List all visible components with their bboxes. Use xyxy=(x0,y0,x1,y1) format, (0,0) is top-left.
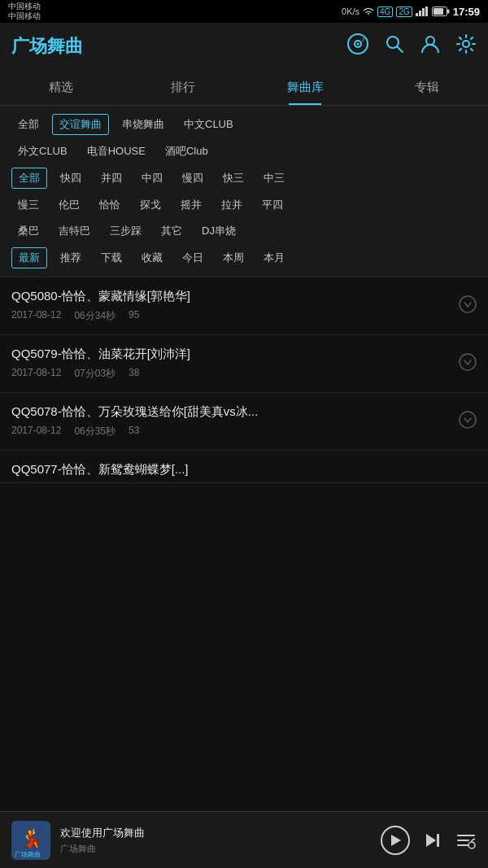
filter-pingsi[interactable]: 平四 xyxy=(255,195,290,215)
carrier2: 中国移动 xyxy=(8,11,41,21)
next-button[interactable] xyxy=(423,831,442,850)
filter-jiteba[interactable]: 吉特巴 xyxy=(52,221,97,241)
svg-line-12 xyxy=(398,47,403,53)
speed: 0K/s xyxy=(342,7,359,16)
song-info: QQ5080-恰恰、蒙藏情缘[郭艳华] 2017-08-12 06分34秒 95 xyxy=(11,289,451,323)
disc-icon[interactable]: ♪ xyxy=(346,33,369,60)
expand-icon[interactable] xyxy=(459,411,477,433)
network-type: 4G xyxy=(377,7,393,17)
sort-week[interactable]: 本周 xyxy=(216,248,251,268)
song-duration: 06分35秒 xyxy=(74,425,115,438)
filter-qiaqia[interactable]: 恰恰 xyxy=(93,195,127,215)
network-type2: 2G xyxy=(396,7,412,17)
song-item[interactable]: QQ5078-恰恰、万朵玫瑰送给你[甜美真vs冰... 2017-08-12 0… xyxy=(0,393,488,451)
svg-rect-3 xyxy=(425,7,428,16)
filter-zhongsan[interactable]: 中三 xyxy=(257,168,291,188)
song-list: QQ5080-恰恰、蒙藏情缘[郭艳华] 2017-08-12 06分34秒 95… xyxy=(0,277,488,483)
filter-zhongsi[interactable]: 中四 xyxy=(135,168,169,188)
svg-rect-0 xyxy=(416,13,418,16)
tab-paihang[interactable]: 排行 xyxy=(122,70,244,105)
song-title: QQ5079-恰恰、油菜花开[刘沛洋] xyxy=(11,347,451,362)
player-info: 欢迎使用广场舞曲 广场舞曲 xyxy=(60,826,371,855)
filter-row-3: 全部 快四 并四 中四 慢四 快三 中三 xyxy=(11,168,477,189)
song-info: QQ5079-恰恰、油菜花开[刘沛洋] 2017-08-12 07分03秒 38 xyxy=(11,347,451,381)
filter-mansi[interactable]: 慢四 xyxy=(176,168,210,188)
filter-bingsi[interactable]: 并四 xyxy=(94,168,129,188)
svg-point-16 xyxy=(460,354,476,370)
carrier1: 中国移动 xyxy=(8,2,41,11)
svg-point-17 xyxy=(460,412,476,428)
expand-icon[interactable] xyxy=(459,295,477,317)
filter-laping[interactable]: 拉并 xyxy=(215,195,249,215)
filter-sanbucai[interactable]: 三步踩 xyxy=(103,221,148,241)
filter-sangba[interactable]: 桑巴 xyxy=(11,221,46,241)
song-info: QQ5078-恰恰、万朵玫瑰送给你[甜美真vs冰... 2017-08-12 0… xyxy=(11,404,451,438)
svg-rect-2 xyxy=(422,8,425,16)
song-plays: 53 xyxy=(129,425,139,438)
playlist-button[interactable] xyxy=(455,830,477,851)
play-button[interactable] xyxy=(381,826,410,855)
filter-section: 全部 交谊舞曲 串烧舞曲 中文CLUB 外文CLUB 电音HOUSE 酒吧Clu… xyxy=(0,106,488,277)
svg-text:♪: ♪ xyxy=(361,35,365,43)
filter-yaoping[interactable]: 摇并 xyxy=(174,195,208,215)
search-icon[interactable] xyxy=(384,33,405,59)
filter-kuaisi[interactable]: 快四 xyxy=(54,168,88,188)
filter-dianyinhouse[interactable]: 电音HOUSE xyxy=(81,142,152,161)
svg-rect-6 xyxy=(447,10,450,14)
status-bar: 中国移动 中国移动 0K/s 4G 2G 17:59 xyxy=(0,0,488,23)
header-icons: ♪ xyxy=(346,33,477,60)
filter-row-5: 桑巴 吉特巴 三步踩 其它 DJ串烧 xyxy=(11,221,477,241)
battery-icon xyxy=(432,7,450,16)
song-plays: 95 xyxy=(129,309,139,323)
filter-mansan[interactable]: 慢三 xyxy=(11,195,46,215)
tab-zhuanji[interactable]: 专辑 xyxy=(366,70,488,105)
svg-line-29 xyxy=(472,839,475,840)
user-icon[interactable] xyxy=(420,33,441,59)
filter-chuanshao[interactable]: 串烧舞曲 xyxy=(115,115,171,134)
filter-zhongwenclub[interactable]: 中文CLUB xyxy=(177,115,240,134)
svg-marker-22 xyxy=(426,834,436,847)
filter-kuaisan[interactable]: 快三 xyxy=(216,168,251,188)
filter-jiaoyiwuqu[interactable]: 交谊舞曲 xyxy=(52,114,109,135)
filter-waiwenclub[interactable]: 外文CLUB xyxy=(11,142,74,161)
wifi-icon xyxy=(363,7,374,16)
filter-row-6: 最新 推荐 下载 收藏 今日 本周 本月 xyxy=(11,247,477,268)
sort-newest[interactable]: 最新 xyxy=(11,247,47,268)
app-title: 广场舞曲 xyxy=(11,34,337,59)
svg-text:广场舞曲: 广场舞曲 xyxy=(15,851,41,858)
time: 17:59 xyxy=(453,6,480,18)
song-item[interactable]: QQ5080-恰恰、蒙藏情缘[郭艳华] 2017-08-12 06分34秒 95 xyxy=(0,277,488,335)
svg-point-27 xyxy=(468,842,475,848)
filter-djchuanshao[interactable]: DJ串烧 xyxy=(195,221,242,241)
svg-point-14 xyxy=(463,41,469,47)
svg-marker-21 xyxy=(391,835,401,846)
song-title: QQ5080-恰恰、蒙藏情缘[郭艳华] xyxy=(11,289,451,304)
filter-jiubaclub[interactable]: 酒吧Club xyxy=(159,142,215,161)
player-title: 欢迎使用广场舞曲 xyxy=(60,826,371,840)
filter-lunba[interactable]: 伦巴 xyxy=(52,195,86,215)
sort-recommend[interactable]: 推荐 xyxy=(54,248,88,268)
song-title-partial: QQ5077-恰恰、新鸳鸯蝴蝶梦[...] xyxy=(11,462,477,478)
sort-month[interactable]: 本月 xyxy=(257,248,291,268)
song-item[interactable]: QQ5079-恰恰、油菜花开[刘沛洋] 2017-08-12 07分03秒 38 xyxy=(0,335,488,393)
svg-point-9 xyxy=(357,43,359,46)
carrier-info: 中国移动 中国移动 xyxy=(8,2,41,21)
filter-qita[interactable]: 其它 xyxy=(155,221,189,241)
song-duration: 06分34秒 xyxy=(74,309,115,323)
filter-all-2[interactable]: 全部 xyxy=(11,168,47,189)
svg-point-15 xyxy=(460,296,476,312)
sort-download[interactable]: 下载 xyxy=(94,248,129,268)
settings-icon[interactable] xyxy=(455,33,477,59)
expand-icon[interactable] xyxy=(459,353,477,375)
sort-today[interactable]: 今日 xyxy=(176,248,210,268)
filter-all-1[interactable]: 全部 xyxy=(11,115,46,134)
filter-tange[interactable]: 探戈 xyxy=(133,195,168,215)
header: 广场舞曲 ♪ xyxy=(0,23,488,70)
tab-jingxuan[interactable]: 精选 xyxy=(0,70,122,105)
tab-wuqu[interactable]: 舞曲库 xyxy=(244,70,366,105)
sort-collect[interactable]: 收藏 xyxy=(135,248,169,268)
song-item-partial[interactable]: QQ5077-恰恰、新鸳鸯蝴蝶梦[...] xyxy=(0,451,488,483)
song-meta: 2017-08-12 06分35秒 53 xyxy=(11,425,451,438)
signal-icon xyxy=(416,7,429,16)
song-plays: 38 xyxy=(129,367,139,381)
